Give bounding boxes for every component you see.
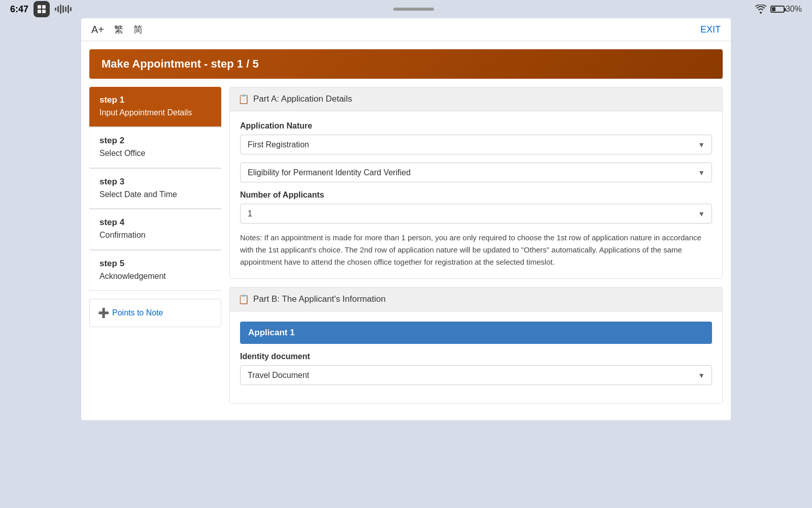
status-left: 6:47: [10, 1, 72, 17]
part-a-body: Application Nature First Registration Re…: [230, 111, 722, 278]
sidebar-item-step5[interactable]: step 5 Acknowledgement: [89, 250, 221, 291]
main-window: A+ 繁 简 EXIT Make Appointment - step 1 / …: [81, 18, 731, 420]
app-icon: [33, 1, 50, 17]
applicant-1-header: Applicant 1: [240, 322, 712, 344]
battery-container: 30%: [770, 5, 802, 14]
identity-doc-label: Identity document: [240, 352, 712, 361]
step4-label: step 4: [99, 217, 211, 228]
step3-desc: Select Date and Time: [99, 189, 211, 200]
part-b-section: 📋 Part B: The Applicant's Information Ap…: [229, 287, 723, 404]
step5-label: step 5: [99, 259, 211, 269]
svg-rect-3: [42, 10, 46, 13]
status-center: [393, 8, 434, 11]
application-nature-select[interactable]: First Registration Replacement Change of…: [240, 135, 712, 154]
step1-desc: Input Appointment Details: [99, 107, 211, 118]
main-content-area: step 1 Input Appointment Details step 2 …: [81, 87, 731, 420]
drag-bar: [393, 8, 434, 11]
sidebar-item-step3[interactable]: step 3 Select Date and Time: [89, 169, 221, 209]
page-title: Make Appointment - step 1 / 5: [101, 57, 259, 70]
step5-desc: Acknowledgement: [99, 271, 211, 282]
sidebar-item-step1[interactable]: step 1 Input Appointment Details: [89, 87, 221, 127]
waveform-icon: [55, 4, 72, 14]
simplified-chinese-button[interactable]: 简: [133, 23, 143, 36]
step1-label: step 1: [99, 95, 211, 105]
num-applicants-select[interactable]: 1 2 3 4 5: [240, 204, 712, 224]
battery-percentage: 30%: [786, 5, 802, 14]
step-sidebar: step 1 Input Appointment Details step 2 …: [89, 87, 221, 412]
battery-icon: [770, 6, 785, 13]
right-content-area: 📋 Part A: Application Details Applicatio…: [229, 87, 723, 412]
step2-desc: Select Office: [99, 148, 211, 159]
svg-rect-2: [38, 10, 41, 13]
svg-rect-0: [38, 5, 41, 9]
circle-arrow-icon: ➕: [98, 307, 109, 319]
applicant-notes: Notes: If an appointment is made for mor…: [240, 232, 712, 268]
step2-label: step 2: [99, 136, 211, 146]
status-right: 30%: [755, 5, 802, 14]
exit-button[interactable]: EXIT: [700, 24, 721, 35]
part-a-header: 📋 Part A: Application Details: [230, 87, 722, 111]
status-time: 6:47: [10, 4, 28, 15]
sidebar-item-step4[interactable]: step 4 Confirmation: [89, 209, 221, 249]
part-a-title: Part A: Application Details: [253, 94, 352, 104]
eligibility-select[interactable]: Eligibility for Permanent Identity Card …: [240, 163, 712, 182]
points-to-note-label: Points to Note: [112, 308, 163, 318]
num-applicants-label: Number of Applicants: [240, 190, 712, 200]
step3-label: step 3: [99, 177, 211, 187]
font-size-button[interactable]: A+: [91, 24, 104, 36]
page-header-banner: Make Appointment - step 1 / 5: [89, 49, 723, 79]
status-bar: 6:47: [0, 0, 812, 18]
identity-doc-select[interactable]: Travel Document Hong Kong Identity Card …: [240, 365, 712, 385]
points-to-note-link[interactable]: ➕ Points to Note: [98, 307, 213, 319]
doc-icon: 📋: [238, 93, 249, 105]
step4-desc: Confirmation: [99, 230, 211, 241]
wifi-icon: [755, 5, 766, 14]
part-a-section: 📋 Part A: Application Details Applicatio…: [229, 87, 723, 279]
num-applicants-wrapper: 1 2 3 4 5 ▼: [240, 204, 712, 224]
application-nature-label: Application Nature: [240, 121, 712, 131]
sidebar-item-step2[interactable]: step 2 Select Office: [89, 127, 221, 168]
part-b-header: 📋 Part B: The Applicant's Information: [230, 288, 722, 311]
application-nature-wrapper: First Registration Replacement Change of…: [240, 135, 712, 154]
part-b-body: Applicant 1 Identity document Travel Doc…: [230, 311, 722, 403]
svg-rect-1: [42, 5, 46, 9]
part-b-doc-icon: 📋: [238, 294, 249, 305]
top-bar-left: A+ 繁 简: [91, 23, 143, 36]
part-b-title: Part B: The Applicant's Information: [253, 294, 386, 304]
identity-doc-wrapper: Travel Document Hong Kong Identity Card …: [240, 365, 712, 385]
eligibility-wrapper: Eligibility for Permanent Identity Card …: [240, 163, 712, 182]
top-navigation-bar: A+ 繁 简 EXIT: [81, 18, 731, 41]
points-to-note-section: ➕ Points to Note: [89, 299, 221, 327]
traditional-chinese-button[interactable]: 繁: [114, 23, 123, 36]
